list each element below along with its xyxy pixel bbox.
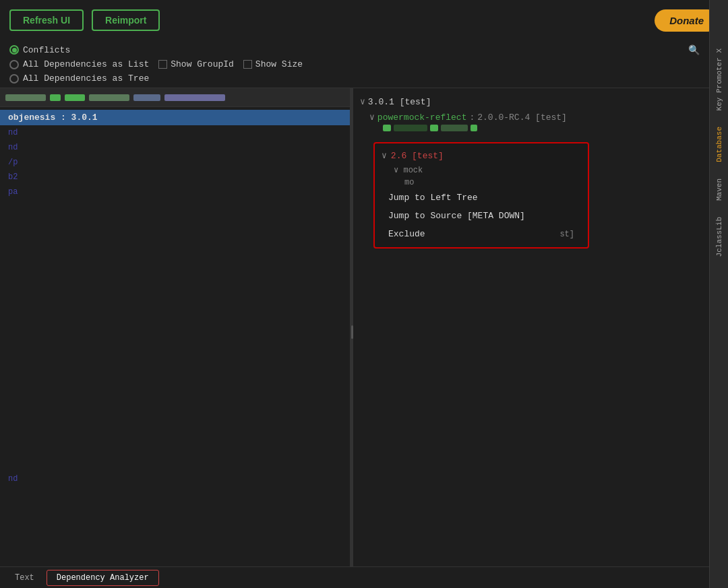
ctx-jump-source[interactable]: Jump to Source [META DOWN]: [375, 207, 588, 225]
tab-dependency-analyzer[interactable]: Dependency Analyzer: [47, 570, 159, 586]
tree-item-objenesis[interactable]: objenesis : 3.0.1: [0, 110, 350, 125]
header-block-3: [65, 94, 85, 101]
header-block-1: [5, 94, 46, 101]
dep-block-1: [383, 125, 391, 131]
tree-item-yp[interactable]: /p: [0, 155, 350, 170]
header-block-2: [50, 94, 61, 101]
ctx-exclude[interactable]: Exclude st]: [375, 225, 588, 243]
left-pane-header: [0, 88, 350, 107]
dep-blocks-row: [361, 125, 704, 131]
search-button[interactable]: 🔍: [688, 44, 700, 55]
conflicts-radio-circle: [9, 45, 19, 55]
filter-row-2: All Dependencies as List Show GroupId Sh…: [9, 59, 700, 69]
all-deps-tree-label: All Dependencies as Tree: [23, 73, 149, 84]
dep-version: 2.0.0-RC.4 [test]: [477, 112, 567, 123]
bottom-bar: Text Dependency Analyzer: [0, 566, 709, 588]
tree-item-nd-bottom[interactable]: nd: [0, 471, 350, 486]
header-block-4: [89, 94, 129, 101]
refresh-ui-button[interactable]: Refresh UI: [9, 9, 84, 31]
toolbar: Refresh UI Reimport Donate: [0, 0, 728, 40]
sidebar-tab-jclasslib[interactable]: JclassLib: [715, 209, 723, 265]
left-pane: objenesis : 3.0.1 nd nd /p b2 pa nd: [0, 88, 351, 575]
dep-row-powermock[interactable]: ∨ powermock-reflect : 2.0.0-RC.4 [test]: [359, 110, 704, 125]
split-pane: objenesis : 3.0.1 nd nd /p b2 pa nd ∨ 3.…: [0, 88, 709, 575]
chevron-version: ∨: [360, 96, 365, 107]
show-groupid-checkbox[interactable]: Show GroupId: [158, 59, 234, 69]
show-size-box: [243, 60, 252, 69]
version-header: ∨ 3.0.1 [test]: [359, 94, 704, 110]
reimport-button[interactable]: Reimport: [92, 9, 160, 31]
show-size-checkbox[interactable]: Show Size: [243, 59, 303, 69]
main-content: Conflicts 🔍 All Dependencies as List Sho…: [0, 40, 709, 588]
left-pane-content: objenesis : 3.0.1 nd nd /p b2 pa: [0, 107, 350, 202]
ctx-mock-label: mock: [403, 166, 423, 175]
context-menu: ∨ 2.6 [test] ∨ mock mo Jump to Left Tree…: [373, 142, 589, 249]
version-num: 3.0.1 [test]: [368, 97, 431, 107]
all-deps-tree-radio-circle: [9, 74, 19, 84]
dep-separator: :: [469, 112, 475, 123]
all-deps-list-radio[interactable]: All Dependencies as List: [9, 59, 149, 69]
ctx-header: ∨ 2.6 [test]: [375, 148, 588, 164]
ctx-sub-mock: ∨ mock: [375, 164, 588, 176]
tab-text[interactable]: Text: [5, 570, 44, 585]
all-deps-list-label: All Dependencies as List: [23, 59, 149, 69]
show-size-label: Show Size: [255, 59, 303, 69]
conflicts-label: Conflicts: [23, 45, 70, 55]
tree-item-ad1[interactable]: nd: [0, 125, 350, 140]
filter-bar: Conflicts 🔍 All Dependencies as List Sho…: [0, 40, 709, 88]
show-groupid-label: Show GroupId: [171, 59, 234, 69]
header-block-6: [164, 94, 225, 101]
sidebar-tab-database[interactable]: Database: [715, 119, 723, 170]
filter-row-3: All Dependencies as Tree: [9, 73, 700, 84]
dep-block-2: [394, 125, 427, 131]
dep-block-5: [471, 125, 477, 131]
dep-block-4: [441, 125, 468, 131]
sidebar-tab-key-promoter[interactable]: Key Promoter X: [715, 40, 723, 119]
ctx-jump-source-label: Jump to Source [META DOWN]: [388, 211, 525, 221]
tree-item-pa[interactable]: pa: [0, 185, 350, 199]
ctx-jump-left-tree[interactable]: Jump to Left Tree: [375, 189, 588, 207]
ctx-chevron: ∨: [382, 150, 387, 161]
tree-item-b2[interactable]: b2: [0, 170, 350, 185]
all-deps-tree-radio[interactable]: All Dependencies as Tree: [9, 73, 149, 84]
objenesis-label: objenesis : 3.0.1: [8, 112, 98, 123]
ctx-jump-left-label: Jump to Left Tree: [388, 193, 478, 203]
ctx-exclude-label: Exclude: [388, 229, 425, 239]
right-sidebar: Key Promoter X Database Maven JclassLib: [709, 0, 728, 588]
dep-name: powermock-reflect: [377, 112, 467, 123]
header-block-5: [133, 94, 160, 101]
ctx-exclude-shortcut: st]: [559, 230, 574, 239]
dep-chevron: ∨: [369, 112, 375, 123]
sidebar-tab-maven[interactable]: Maven: [715, 170, 723, 209]
ctx-mock-sub: mo: [375, 176, 588, 189]
all-deps-list-radio-circle: [9, 60, 19, 69]
ctx-version-label: 2.6 [test]: [391, 151, 444, 161]
show-groupid-box: [158, 60, 167, 69]
dep-block-3: [430, 125, 438, 131]
tree-item-ad2[interactable]: nd: [0, 140, 350, 155]
filter-row-1: Conflicts 🔍: [9, 44, 700, 55]
conflicts-radio[interactable]: Conflicts: [9, 45, 70, 55]
right-pane: ∨ 3.0.1 [test] ∨ powermock-reflect : 2.0…: [353, 88, 709, 575]
